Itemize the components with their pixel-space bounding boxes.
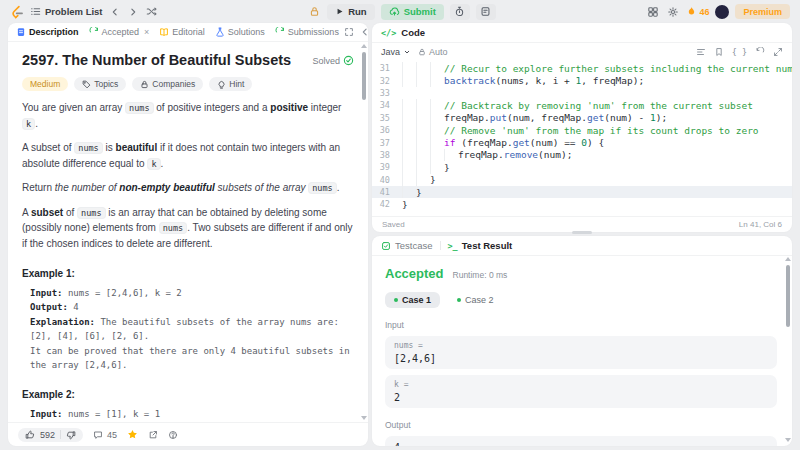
stopwatch-icon	[454, 6, 465, 17]
hint-button[interactable]: Hint	[209, 77, 252, 91]
code-token: get	[587, 112, 604, 123]
code-editor[interactable]: 31// Recur to explore further subsets in…	[372, 61, 792, 216]
text-segment: subset	[31, 207, 63, 218]
braces-icon[interactable]: { }	[732, 47, 747, 57]
scrollbar-thumb[interactable]	[362, 52, 366, 100]
example-block: Input: nums = [2,4,6], k = 2Output: 4Exp…	[22, 286, 354, 372]
code-line[interactable]: 33	[372, 87, 792, 99]
inline-code: k	[22, 118, 35, 130]
code-line[interactable]: 32backtrack(nums, k, i + 1, freqMap);	[372, 74, 792, 86]
favorite-button[interactable]	[127, 429, 138, 440]
text-segment: You are given an array	[22, 102, 125, 113]
difficulty-badge[interactable]: Medium	[22, 77, 68, 91]
testcase-input-field[interactable]: nums =[2,4,6]	[385, 336, 777, 369]
bookmark-icon[interactable]	[714, 47, 724, 57]
inline-code: nums	[159, 222, 187, 234]
tab-accepted[interactable]: Accepted ×	[89, 27, 150, 37]
code-line[interactable]: 39}	[372, 161, 792, 173]
reset-code-icon[interactable]	[755, 47, 765, 57]
code-tab-label[interactable]: Code	[401, 27, 425, 38]
code-line[interactable]: 40}	[372, 174, 792, 186]
streak-button[interactable]: 46	[686, 6, 709, 17]
scrollbar-thumb[interactable]	[786, 265, 790, 327]
notes-button[interactable]	[476, 4, 496, 20]
run-button[interactable]: Run	[327, 4, 374, 20]
line-number: 33	[372, 88, 402, 98]
code-line[interactable]: 41}	[372, 186, 792, 198]
indent-guide	[416, 161, 430, 173]
settings-button[interactable]	[666, 5, 680, 19]
divider	[60, 430, 61, 439]
collapse-panel-icon[interactable]	[360, 27, 368, 37]
tab-submissions[interactable]: Submissions	[275, 27, 339, 37]
case-tab[interactable]: Case 2	[448, 292, 503, 308]
lock-icon	[140, 80, 149, 89]
topics-button[interactable]: Topics	[74, 77, 126, 91]
editor-toolbar: Java Auto { }	[372, 43, 792, 60]
problem-list-button[interactable]: Problem List	[30, 6, 103, 17]
code-line[interactable]: 37if (freqMap.get(num) == 0) {	[372, 136, 792, 148]
indent-guide	[430, 74, 444, 86]
saved-status: Saved	[382, 220, 405, 229]
expand-editor-icon[interactable]	[773, 47, 783, 57]
code-line[interactable]: 42}	[372, 198, 792, 210]
timer-button[interactable]	[450, 4, 470, 20]
example-line: Input: nums = [1], k = 1	[30, 407, 354, 421]
indent-guide	[402, 62, 416, 74]
panel-splitter-handle[interactable]	[572, 231, 592, 234]
text-segment: .	[35, 118, 38, 129]
close-icon[interactable]: ×	[144, 28, 149, 37]
code-line[interactable]: 38freqMap.remove(num);	[372, 149, 792, 161]
auto-toggle[interactable]: Auto	[418, 47, 448, 57]
scrollbar[interactable]	[361, 44, 367, 420]
comments-button[interactable]: 45	[93, 430, 117, 440]
layout-button[interactable]	[646, 5, 660, 19]
text-segment: of	[63, 207, 77, 218]
language-select[interactable]: Java	[381, 47, 411, 57]
submit-button[interactable]: Submit	[381, 4, 444, 20]
next-problem-button[interactable]	[127, 6, 139, 18]
output-value: 4	[385, 436, 777, 446]
comment-count: 45	[107, 430, 117, 440]
code-line[interactable]: 34// Backtrack by removing 'num' from th…	[372, 99, 792, 111]
premium-button[interactable]: Premium	[735, 4, 790, 19]
tab-testcase[interactable]: Testcase	[381, 240, 433, 251]
input-section-label: Input	[385, 320, 777, 330]
code-line[interactable]: 31// Recur to explore further subsets in…	[372, 62, 792, 74]
scroll-down-icon[interactable]	[361, 416, 367, 420]
share-button[interactable]	[148, 430, 158, 440]
code-line[interactable]: 35freqMap.put(num, freqMap.get(num) - 1)…	[372, 112, 792, 124]
vote-pill[interactable]: 592	[18, 428, 83, 442]
feedback-button[interactable]	[168, 430, 178, 440]
code-line[interactable]: 36// Remove 'num' from the map if its co…	[372, 124, 792, 136]
debugger-lock-icon[interactable]	[308, 5, 321, 18]
tab-solutions[interactable]: Solutions	[215, 27, 265, 37]
scroll-down-icon[interactable]	[785, 438, 791, 442]
inline-code: nums	[77, 207, 105, 219]
case-tab[interactable]: Case 1	[385, 292, 440, 308]
code-token: );	[656, 112, 667, 123]
scrollbar[interactable]	[785, 257, 791, 442]
tab-description[interactable]: Description	[16, 27, 79, 37]
tab-editorial[interactable]: Editorial	[159, 27, 205, 37]
tab-test-result[interactable]: >_ Test Result	[448, 240, 513, 251]
format-code-icon[interactable]	[696, 47, 706, 57]
field-value: [2,4,6]	[394, 353, 768, 364]
prev-problem-button[interactable]	[109, 6, 121, 18]
avatar[interactable]	[715, 5, 729, 19]
testcase-input-field[interactable]: k =2	[385, 375, 777, 408]
text-segment: beautiful	[116, 142, 158, 153]
shuffle-icon	[146, 6, 157, 17]
random-problem-button[interactable]	[145, 5, 158, 18]
fullscreen-icon[interactable]	[344, 27, 354, 37]
scroll-up-icon[interactable]	[361, 44, 367, 48]
indent-guide	[402, 74, 416, 86]
code-token: put	[490, 112, 507, 123]
companies-button[interactable]: Companies	[132, 77, 203, 91]
scroll-up-icon[interactable]	[785, 257, 791, 261]
code-token: (num) ==	[530, 137, 581, 148]
problem-paragraph: A subset of nums is an array that can be…	[22, 205, 354, 252]
leetcode-logo[interactable]	[10, 5, 24, 19]
code-token: (num);	[538, 149, 572, 160]
grid-icon	[647, 6, 659, 18]
